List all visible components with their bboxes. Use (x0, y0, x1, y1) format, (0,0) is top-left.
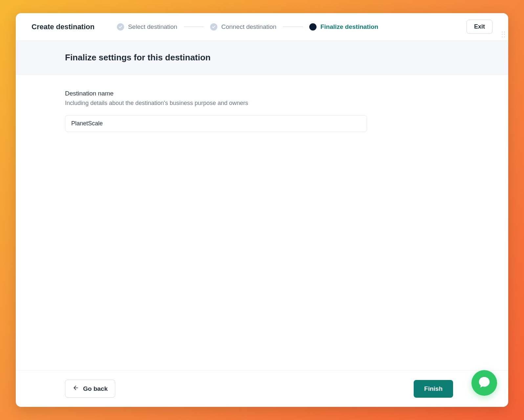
content: Destination name Including details about… (16, 75, 508, 370)
go-back-label: Go back (83, 385, 108, 392)
step-select-destination: Select destination (117, 23, 177, 31)
page-title: Create destination (32, 23, 95, 31)
checkmark-icon (210, 23, 217, 31)
finish-button[interactable]: Finish (414, 380, 453, 398)
step-connect-destination: Connect destination (210, 23, 276, 31)
destination-name-description: Including details about the destination'… (65, 100, 492, 107)
destination-name-input[interactable] (65, 115, 367, 132)
step-connector (283, 27, 303, 27)
drag-handle-icon (502, 32, 506, 38)
checkmark-icon (117, 23, 124, 31)
step-finalize-destination: Finalize destination (309, 23, 378, 31)
step-label: Select destination (128, 23, 177, 31)
step-label: Connect destination (221, 23, 276, 31)
current-step-icon (309, 23, 317, 31)
chat-icon (478, 376, 491, 390)
footer: Go back Finish (16, 370, 508, 407)
header: Create destination Select destination Co… (16, 13, 508, 41)
destination-name-label: Destination name (65, 90, 492, 97)
exit-button[interactable]: Exit (467, 20, 492, 34)
step-connector (184, 27, 204, 27)
subheader-heading: Finalize settings for this destination (65, 52, 492, 63)
go-back-button[interactable]: Go back (65, 380, 115, 398)
wizard-window: Create destination Select destination Co… (16, 13, 508, 407)
step-label: Finalize destination (320, 23, 378, 31)
stepper: Select destination Connect destination F… (117, 23, 457, 31)
arrow-left-icon (73, 385, 79, 393)
intercom-chat-button[interactable] (471, 370, 497, 396)
subheader: Finalize settings for this destination (16, 41, 508, 75)
